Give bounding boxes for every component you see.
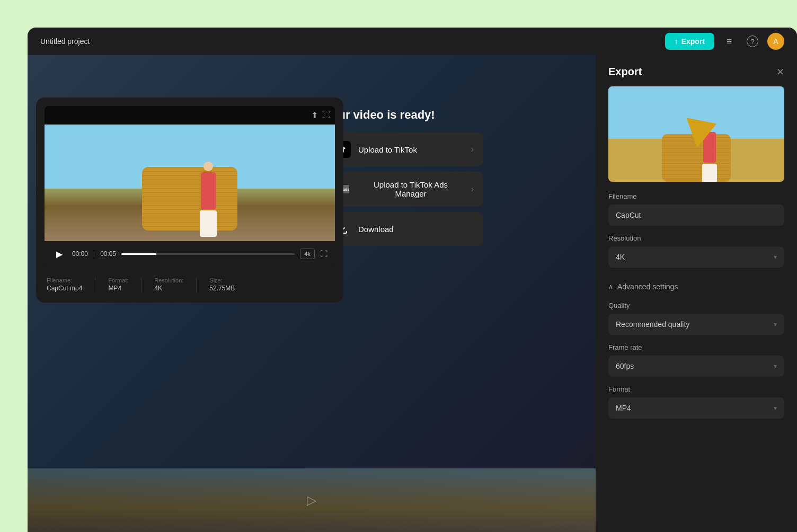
quality-select[interactable]: Recommended quality ▾	[608, 314, 784, 335]
upload-ads-label: Upload to TikTok Ads Manager	[358, 180, 463, 198]
filename-field-label: Filename	[608, 192, 784, 200]
avatar: A	[773, 37, 778, 46]
download-button[interactable]: Download	[324, 212, 483, 246]
help-icon-button[interactable]: ?	[744, 33, 761, 50]
export-header: Export ✕	[596, 55, 797, 86]
format-chevron-icon: ▾	[774, 404, 777, 412]
video-meta: Filename: CapCut.mp4 Format: MP4 Resolut…	[45, 272, 335, 294]
advanced-chevron-icon: ∧	[608, 283, 613, 290]
person-figure	[195, 162, 222, 230]
upload-ads-button[interactable]: ads Upload to TikTok Ads Manager ›	[324, 172, 483, 207]
framerate-select[interactable]: 60fps ▾	[608, 356, 784, 377]
export-up-icon: ↑	[675, 37, 678, 46]
meta-format: Format: MP4	[108, 277, 128, 292]
close-button[interactable]: ✕	[776, 66, 784, 78]
strip-thumbnail	[28, 468, 596, 532]
upload-tiktok-button[interactable]: Upload to TikTok ›	[324, 132, 483, 166]
bottom-strip: ▷	[28, 468, 596, 532]
quality-select-value: Recommended quality	[616, 320, 689, 329]
top-bar: Untitled project ↑ Export ≡ ? A	[28, 28, 797, 55]
content-area: ▷ ⬆ ⛶	[28, 55, 797, 532]
fullscreen-icon[interactable]: ⛶	[322, 110, 331, 120]
quality-field-label: Quality	[608, 302, 784, 309]
help-icon: ?	[747, 36, 758, 47]
video-frame	[45, 125, 335, 241]
current-time: 00:00	[72, 250, 88, 258]
filename-label: Filename:	[47, 277, 82, 283]
progress-bar[interactable]	[121, 253, 295, 255]
meta-filename: Filename: CapCut.mp4	[47, 277, 82, 292]
export-panel-title: Export	[608, 66, 642, 78]
framerate-field-label: Frame rate	[608, 343, 784, 351]
resolution-field-label: Resolution	[608, 234, 784, 242]
resolution-select-value: 4K	[616, 253, 625, 261]
ready-title: Your video is ready!	[324, 108, 483, 122]
format-field-label: Format	[608, 385, 784, 393]
stack-icon: ≡	[727, 36, 732, 47]
format-select-value: MP4	[616, 404, 631, 412]
format-label: Format:	[108, 277, 128, 283]
framerate-chevron-icon: ▾	[774, 362, 777, 370]
upload-ads-left: ads Upload to TikTok Ads Manager	[334, 180, 464, 198]
video-controls: ▶ 00:00 | 00:05 4k ⛶	[45, 241, 335, 267]
svg-text:ads: ads	[343, 188, 349, 191]
app-window: Untitled project ↑ Export ≡ ? A ▷	[28, 28, 797, 532]
quality-chevron-icon: ▾	[774, 321, 777, 328]
export-filename-section: Filename	[596, 192, 797, 234]
fullscreen-btn[interactable]: ⛶	[320, 250, 327, 258]
progress-fill	[121, 253, 156, 255]
avatar-button[interactable]: A	[767, 33, 784, 50]
chevron-right-icon-1: ›	[471, 145, 474, 154]
resolution-select[interactable]: 4K ▾	[608, 246, 784, 268]
meta-resolution: Resolution: 4K	[154, 277, 183, 292]
top-bar-right: ↑ Export ≡ ? A	[665, 33, 784, 50]
quality-badge[interactable]: 4k	[300, 249, 315, 259]
upload-tiktok-label: Upload to TikTok	[358, 145, 417, 154]
export-advanced-section: ∧ Advanced settings Quality Recommended …	[596, 278, 797, 429]
format-value: MP4	[108, 285, 128, 292]
resolution-value: 4K	[154, 285, 183, 292]
format-select[interactable]: MP4 ▾	[608, 397, 784, 419]
export-button[interactable]: ↑ Export	[665, 33, 714, 50]
hay-bale	[142, 167, 237, 230]
framerate-select-value: 60fps	[616, 362, 634, 370]
hay-texture	[142, 167, 237, 230]
divider-2	[141, 277, 141, 292]
export-resolution-section: Resolution 4K ▾	[596, 234, 797, 278]
time-sep: |	[93, 250, 95, 258]
advanced-settings-label: Advanced settings	[617, 282, 678, 291]
size-label: Size:	[209, 277, 235, 283]
resolution-label: Resolution:	[154, 277, 183, 283]
filename-input[interactable]	[608, 205, 784, 226]
resolution-chevron-icon: ▾	[774, 253, 777, 261]
size-value: 52.75MB	[209, 285, 235, 292]
share-icon[interactable]: ⬆	[311, 110, 318, 120]
filename-value: CapCut.mp4	[47, 285, 82, 292]
upload-tiktok-left: Upload to TikTok	[334, 141, 417, 158]
meta-size: Size: 52.75MB	[209, 277, 235, 292]
total-time: 00:05	[100, 250, 116, 258]
chevron-right-icon-2: ›	[471, 184, 474, 194]
divider-3	[196, 277, 197, 292]
advanced-settings-toggle[interactable]: ∧ Advanced settings	[608, 278, 784, 295]
project-title: Untitled project	[40, 37, 90, 46]
play-button[interactable]: ▶	[52, 246, 67, 261]
video-scene	[45, 125, 335, 241]
video-modal: ⬆ ⛶	[36, 97, 343, 303]
stack-icon-button[interactable]: ≡	[721, 33, 738, 50]
video-top-bar: ⬆ ⛶	[45, 106, 335, 125]
video-player-area: ⬆ ⛶	[45, 106, 335, 267]
download-label: Download	[358, 225, 394, 234]
divider-1	[95, 277, 95, 292]
